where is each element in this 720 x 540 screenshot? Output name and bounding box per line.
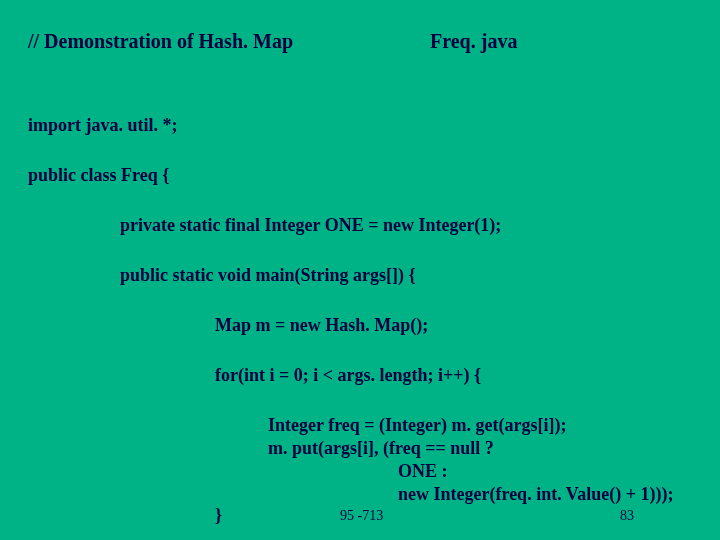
code-new-int: new Integer(freq. int. Value() + 1))); xyxy=(398,484,673,505)
title-filename: Freq. java xyxy=(430,30,517,53)
code-main-decl: public static void main(String args[]) { xyxy=(120,265,416,286)
code-one-decl: private static final Integer ONE = new I… xyxy=(120,215,501,236)
title-comment: // Demonstration of Hash. Map xyxy=(28,30,293,53)
footer-page-number: 83 xyxy=(620,508,634,524)
code-import: import java. util. *; xyxy=(28,115,177,136)
code-one-branch: ONE : xyxy=(398,461,448,482)
code-for-decl: for(int i = 0; i < args. length; i++) { xyxy=(215,365,481,386)
code-class-decl: public class Freq { xyxy=(28,165,169,186)
code-put-call: m. put(args[i], (freq == null ? xyxy=(268,438,494,459)
code-close-brace: } xyxy=(215,505,222,526)
code-map-decl: Map m = new Hash. Map(); xyxy=(215,315,428,336)
footer-left: 95 -713 xyxy=(340,508,383,524)
code-freq-get: Integer freq = (Integer) m. get(args[i])… xyxy=(268,415,566,436)
slide: // Demonstration of Hash. Map Freq. java… xyxy=(0,0,720,540)
